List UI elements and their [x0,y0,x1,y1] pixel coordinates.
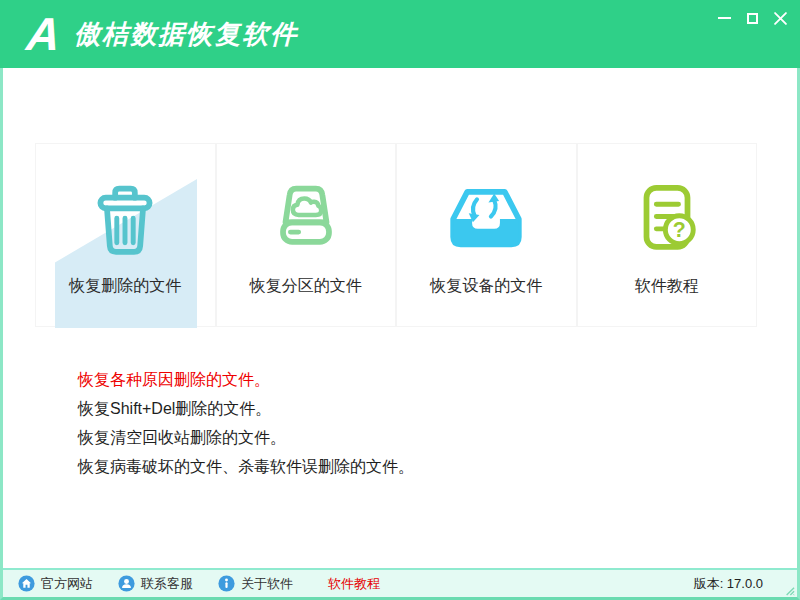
feature-description: 恢复各种原因删除的文件。 恢复Shift+Del删除的文件。 恢复清空回收站删除… [78,365,797,481]
feature-cards: 恢复删除的文件 恢复分区的文件 [35,143,757,327]
card-recover-device-files[interactable]: 恢复设备的文件 [396,143,577,327]
card-label: 恢复分区的文件 [250,276,362,297]
close-icon [774,12,787,25]
card-recover-partition-files[interactable]: 恢复分区的文件 [216,143,397,327]
svg-text:?: ? [673,218,686,242]
trash-icon [82,178,168,260]
description-line: 恢复Shift+Del删除的文件。 [78,394,797,423]
description-line: 恢复病毒破坏的文件、杀毒软件误删除的文件。 [78,452,797,481]
document-question-icon: ? [624,178,710,260]
card-recover-deleted-files[interactable]: 恢复删除的文件 [35,143,216,327]
minimize-button[interactable] [716,10,732,26]
card-label: 软件教程 [635,276,699,297]
about-software-link[interactable]: 关于软件 [218,575,293,593]
app-window: A 傲桔数据恢复软件 [0,0,800,600]
footer-link-label: 联系客服 [141,575,193,593]
software-tutorial-link[interactable]: 软件教程 [328,575,380,593]
contact-support-link[interactable]: 联系客服 [118,575,193,593]
window-controls [716,10,788,26]
status-bar: 官方网站 联系客服 关于软件 软件教程 [3,568,797,597]
app-logo: A [25,11,61,57]
footer-link-label: 关于软件 [241,575,293,593]
title-bar[interactable]: A 傲桔数据恢复软件 [0,0,800,68]
version-label: 版本: 17.0.0 [694,575,763,593]
maximize-icon [747,13,758,24]
close-button[interactable] [772,10,788,26]
drive-cloud-icon [263,178,349,260]
card-label: 恢复删除的文件 [69,276,181,297]
app-title: 傲桔数据恢复软件 [74,17,298,52]
card-label: 恢复设备的文件 [430,276,542,297]
description-line: 恢复各种原因删除的文件。 [78,365,797,394]
main-panel: 恢复删除的文件 恢复分区的文件 [3,68,797,568]
resize-grip[interactable] [782,583,795,596]
card-software-tutorial[interactable]: ? 软件教程 [577,143,758,327]
footer-link-label: 软件教程 [328,575,380,593]
info-icon [218,575,235,592]
support-icon [118,575,135,592]
maximize-button[interactable] [744,10,760,26]
home-icon [18,575,35,592]
footer-link-label: 官方网站 [41,575,93,593]
inbox-arrows-icon [443,178,529,260]
window-body: 恢复删除的文件 恢复分区的文件 [0,68,800,600]
description-line: 恢复清空回收站删除的文件。 [78,423,797,452]
official-website-link[interactable]: 官方网站 [18,575,93,593]
minimize-icon [718,17,731,19]
